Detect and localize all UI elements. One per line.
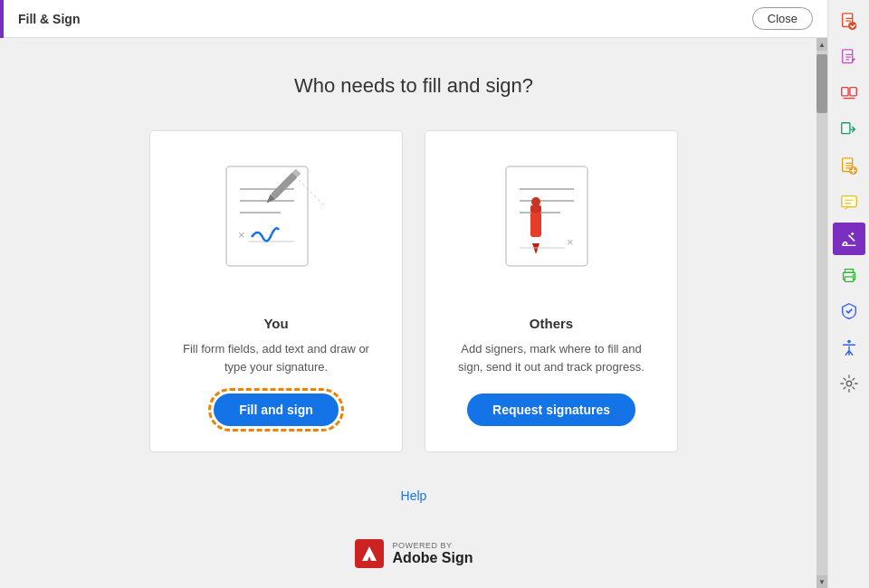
svg-rect-24 bbox=[849, 88, 855, 96]
export-pdf-icon[interactable] bbox=[833, 5, 865, 38]
adobe-logo bbox=[355, 539, 384, 568]
svg-rect-14 bbox=[530, 212, 541, 237]
svg-point-31 bbox=[852, 274, 854, 276]
accessibility-icon[interactable] bbox=[833, 331, 865, 364]
svg-text:×: × bbox=[567, 235, 574, 249]
you-card-title: You bbox=[263, 316, 288, 331]
svg-rect-0 bbox=[226, 166, 308, 266]
others-card-description: Add signers, mark where to fill and sign… bbox=[447, 340, 655, 375]
help-link[interactable]: Help bbox=[401, 488, 427, 503]
scroll-up-arrow[interactable]: ▲ bbox=[816, 38, 827, 51]
svg-rect-28 bbox=[841, 196, 856, 207]
svg-rect-30 bbox=[845, 277, 853, 282]
you-illustration: × bbox=[204, 153, 349, 298]
fill-and-sign-button[interactable]: Fill and sign bbox=[214, 394, 339, 426]
convert-icon[interactable] bbox=[833, 114, 865, 147]
create-pdf-icon[interactable] bbox=[833, 150, 865, 183]
svg-rect-25 bbox=[841, 123, 849, 134]
others-card: × Others Add signers, mark where to fill… bbox=[425, 130, 678, 452]
svg-rect-22 bbox=[842, 50, 852, 63]
svg-point-17 bbox=[531, 197, 540, 206]
svg-text:×: × bbox=[238, 228, 245, 242]
adobe-sign-brand: Adobe Sign bbox=[393, 550, 473, 566]
svg-rect-23 bbox=[841, 88, 847, 96]
others-illustration: × bbox=[479, 153, 624, 298]
main-scrollbar[interactable]: ▲ ▼ bbox=[816, 38, 827, 588]
adobe-footer: POWERED BY Adobe Sign bbox=[355, 539, 473, 568]
right-sidebar bbox=[827, 0, 869, 588]
header-accent bbox=[0, 0, 4, 38]
powered-by-container: POWERED BY Adobe Sign bbox=[393, 541, 473, 566]
main-question: Who needs to fill and sign? bbox=[294, 74, 533, 98]
scroll-thumb[interactable] bbox=[816, 54, 827, 113]
request-signatures-button[interactable]: Request signatures bbox=[467, 394, 635, 426]
edit-pdf-icon[interactable] bbox=[833, 42, 865, 74]
svg-point-33 bbox=[846, 381, 852, 386]
protect-icon[interactable] bbox=[833, 295, 865, 327]
scroll-down-arrow[interactable]: ▼ bbox=[816, 575, 827, 588]
you-card: × bbox=[149, 130, 403, 452]
powered-by-text: POWERED BY bbox=[393, 541, 473, 550]
cards-container: × bbox=[149, 130, 678, 452]
tools-icon[interactable] bbox=[833, 367, 865, 400]
svg-rect-16 bbox=[530, 205, 541, 213]
print-icon[interactable] bbox=[833, 259, 865, 291]
svg-rect-10 bbox=[506, 166, 587, 266]
comment-icon[interactable] bbox=[833, 186, 865, 219]
you-card-description: Fill form fields, add text and draw or t… bbox=[172, 340, 380, 375]
fill-sign-sidebar-icon[interactable] bbox=[833, 223, 865, 255]
content-area: Who needs to fill and sign? × bbox=[0, 38, 827, 588]
close-button[interactable]: Close bbox=[752, 7, 813, 30]
others-svg-illustration: × bbox=[483, 157, 619, 293]
svg-point-21 bbox=[848, 22, 856, 30]
header-bar: Fill & Sign Close bbox=[0, 0, 827, 38]
others-card-title: Others bbox=[530, 316, 573, 331]
svg-point-32 bbox=[847, 340, 851, 344]
you-svg-illustration: × bbox=[208, 157, 344, 293]
header-title: Fill & Sign bbox=[18, 12, 80, 26]
organize-pages-icon[interactable] bbox=[833, 78, 865, 110]
